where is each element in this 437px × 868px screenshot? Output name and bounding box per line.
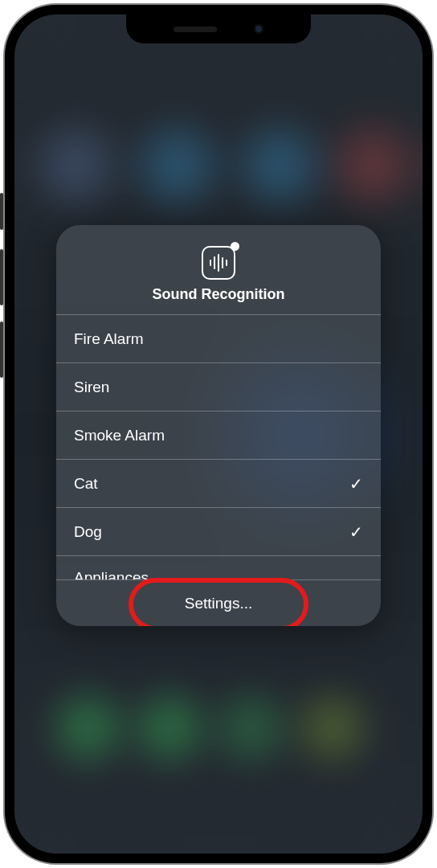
list-item-label: Appliances [74,569,149,579]
phone-speaker [174,27,217,32]
list-item-label: Cat [74,475,98,493]
phone-mute-switch [0,193,3,230]
sound-list: Fire Alarm Siren Smoke Alarm Cat ✓ Dog ✓ [56,314,381,579]
checkmark-icon: ✓ [349,522,363,542]
list-item[interactable]: Smoke Alarm [56,411,381,459]
list-item-label: Dog [74,523,102,541]
list-item[interactable]: Appliances [56,555,381,579]
phone-volume-down [0,321,3,378]
settings-button-label: Settings... [185,595,253,612]
phone-frame: Sound Recognition Fire Alarm Siren Smoke… [5,5,432,863]
phone-notch [126,14,311,43]
settings-button[interactable]: Settings... [56,579,381,626]
panel-header: Sound Recognition [56,225,381,314]
checkmark-icon: ✓ [349,474,363,493]
list-item[interactable]: Dog ✓ [56,507,381,555]
list-item-label: Smoke Alarm [74,427,165,444]
panel-title: Sound Recognition [64,286,373,303]
sound-recognition-panel: Sound Recognition Fire Alarm Siren Smoke… [56,225,381,626]
list-item[interactable]: Siren [56,362,381,411]
waveform-icon [202,246,235,280]
list-item-label: Siren [74,379,109,396]
phone-front-camera [254,24,263,34]
phone-volume-up [0,249,3,305]
notification-dot-icon [231,242,239,251]
screen-background: Sound Recognition Fire Alarm Siren Smoke… [14,14,423,854]
list-item[interactable]: Fire Alarm [56,314,381,362]
list-item-label: Fire Alarm [74,330,144,348]
list-item[interactable]: Cat ✓ [56,459,381,507]
sound-recognition-icon [202,246,235,280]
